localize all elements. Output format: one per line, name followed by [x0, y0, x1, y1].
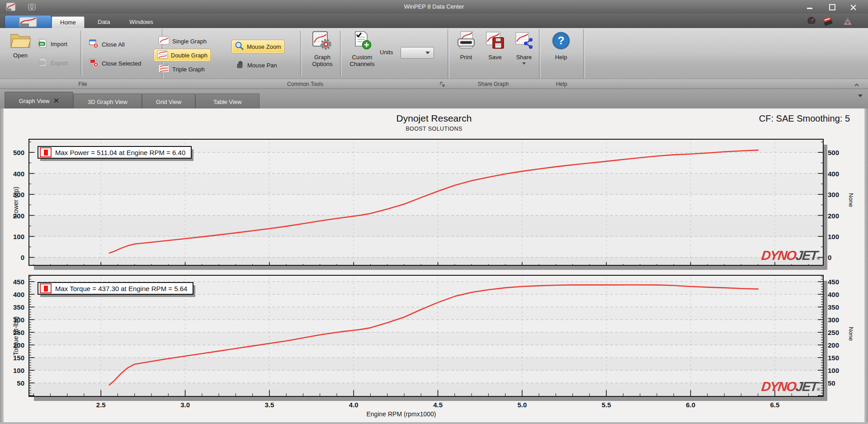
minimize-button[interactable]: [803, 4, 816, 11]
y-tick-label: 50: [17, 379, 24, 387]
y-tick-label: 400: [13, 170, 24, 177]
close-selected-button[interactable]: Close Selected: [86, 57, 144, 70]
group-label-share-graph: Share Graph: [448, 79, 538, 89]
ribbon-separator: [80, 31, 82, 76]
x-tick-label: 5.5: [602, 401, 611, 409]
series-swatch: [40, 147, 52, 157]
triple-graph-icon: [158, 64, 170, 74]
chevron-down-icon: [425, 52, 430, 54]
x-tick-label: 3.0: [180, 401, 190, 409]
device-icon[interactable]: [822, 15, 834, 27]
export-csv-icon: [38, 58, 48, 68]
window-frame-bottom: [0, 422, 868, 424]
dynojet-watermark: DYNOJET®: [760, 248, 821, 266]
maximize-button[interactable]: [826, 4, 839, 11]
help-button[interactable]: ? Help: [548, 31, 574, 61]
y-tick-label: 200: [13, 212, 24, 219]
x-tick-label: 4.5: [433, 401, 443, 409]
y2-tick-label: 450: [828, 278, 839, 286]
application-menu-button[interactable]: [5, 15, 52, 29]
y2-tick-label: 300: [828, 316, 839, 324]
single-graph-icon: [158, 36, 170, 46]
svg-text:?: ?: [558, 34, 565, 47]
emblem-icon[interactable]: [842, 15, 854, 27]
tab-data[interactable]: Data: [90, 16, 118, 28]
y2-tick-label: 500: [828, 149, 839, 156]
app-logo: [19, 17, 37, 27]
power-chart[interactable]: Max Power = 511.04 at Engine RPM = 6.40 …: [28, 139, 824, 266]
gauge-icon[interactable]: [806, 15, 817, 27]
close-tab-icon[interactable]: [54, 98, 59, 104]
triple-graph-button[interactable]: Triple Graph: [156, 63, 208, 75]
y-tick-label: 100: [13, 367, 24, 374]
graph-options-icon: [312, 31, 333, 52]
y2-tick-label: 250: [828, 329, 839, 336]
ribbon-tab-row: Home Data Windows: [0, 14, 868, 28]
custom-channels-icon: [352, 31, 373, 52]
help-icon: ?: [551, 31, 571, 52]
window-frame-left: [0, 108, 4, 424]
x-tick-label: 4.0: [349, 401, 359, 409]
y2-tick-label: 100: [828, 232, 839, 240]
y2-tick-label: 400: [828, 170, 839, 177]
x-axis-title: Engine RPM (rpmx1000): [366, 410, 436, 418]
y-tick-label: 400: [13, 291, 24, 298]
dynojet-watermark: DYNOJET®: [760, 379, 821, 397]
doc-tab-grid-view[interactable]: Grid View: [142, 94, 195, 109]
save-button[interactable]: Save: [482, 31, 508, 61]
dialog-launcher-icon[interactable]: [439, 81, 445, 89]
share-icon: [514, 31, 534, 52]
y2-tick-label: 200: [828, 341, 839, 349]
document-tab-strip: Graph View 3D Graph View Grid View Table…: [0, 89, 868, 109]
double-graph-icon: [157, 50, 168, 60]
tab-home[interactable]: Home: [52, 16, 85, 28]
magnifier-icon: [235, 41, 244, 52]
y-tick-label: 450: [13, 278, 24, 286]
doc-tab-table-view[interactable]: Table View: [195, 94, 259, 109]
y-tick-label: 250: [13, 329, 24, 336]
custom-channels-button[interactable]: Custom Channels: [344, 31, 380, 67]
hand-pan-icon: [235, 60, 245, 71]
import-button[interactable]: Import: [35, 38, 70, 50]
torque-legend: Max Torque = 437.30 at Engine RPM = 5.64: [38, 282, 193, 295]
units-label: Units: [380, 49, 393, 56]
y-tick-label: 100: [13, 232, 24, 240]
print-button[interactable]: Print: [453, 31, 479, 61]
ribbon-separator: [340, 31, 342, 76]
double-graph-button[interactable]: Double Graph: [154, 49, 211, 61]
export-button[interactable]: Export: [35, 57, 71, 69]
y2-tick-label: 0: [828, 254, 831, 261]
doc-tab-graph-view[interactable]: Graph View: [5, 92, 73, 109]
print-icon: [456, 31, 476, 52]
x-tick-label: 5.0: [517, 401, 527, 409]
y-tick-label: 0: [21, 254, 24, 261]
ribbon-separator: [300, 31, 302, 76]
x-tick-label: 6.5: [770, 401, 779, 409]
mouse-zoom-button[interactable]: Mouse Zoom: [231, 40, 284, 53]
open-button[interactable]: Open: [7, 32, 33, 59]
tab-windows[interactable]: Windows: [121, 16, 161, 28]
graph-options-button[interactable]: Graph Options: [306, 31, 339, 67]
group-label-common-tools: Common Tools: [164, 79, 447, 89]
x-tick-label: 3.5: [264, 401, 274, 409]
y2-tick-label: 100: [828, 367, 839, 374]
y2-tick-label: 200: [828, 212, 839, 219]
single-graph-button[interactable]: Single Graph: [156, 35, 209, 47]
group-label-file: File: [4, 79, 162, 89]
y-tick-label: 350: [13, 303, 24, 311]
doc-tab-3d-graph-view[interactable]: 3D Graph View: [73, 94, 142, 109]
x-tick-label: 2.5: [96, 401, 106, 409]
y-tick-label: 300: [13, 191, 24, 198]
torque-chart[interactable]: Max Torque = 437.30 at Engine RPM = 5.64…: [28, 275, 824, 397]
share-button[interactable]: Share: [510, 31, 538, 65]
mouse-pan-button[interactable]: Mouse Pan: [232, 59, 280, 71]
close-button[interactable]: [846, 4, 860, 11]
power-right-axis-title: None: [848, 193, 854, 207]
save-icon: [485, 31, 505, 52]
y2-tick-label: 350: [828, 303, 839, 311]
close-all-button[interactable]: Close All: [86, 38, 127, 51]
y2-tick-label: 400: [828, 291, 839, 298]
tab-overflow-icon[interactable]: [858, 97, 863, 105]
units-dropdown[interactable]: [401, 47, 434, 59]
close-all-icon: [89, 39, 99, 50]
